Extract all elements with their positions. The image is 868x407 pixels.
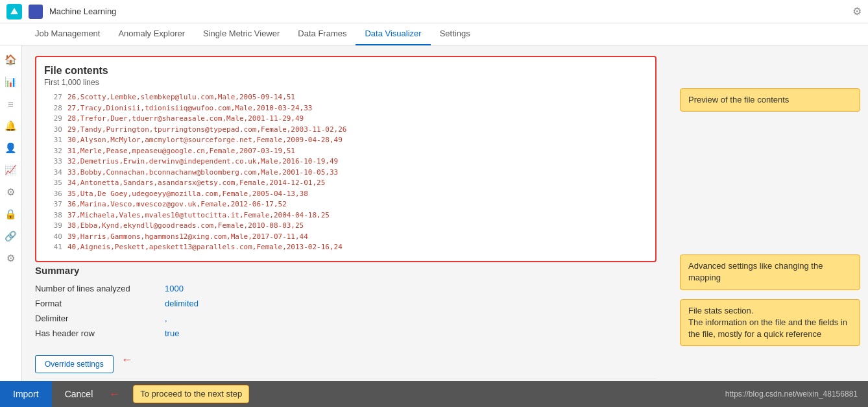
- file-line: 32 31,Merle,Pease,mpeaseu@google.cn,Fema…: [44, 146, 647, 157]
- file-line: 29 28,Trefor,Duer,tduerr@shareasale.com,…: [44, 114, 647, 125]
- summary-row-format: Format delimited: [35, 299, 657, 308]
- line-content: 40,Aigneis,Peskett,apeskett13@parallels.…: [67, 242, 343, 253]
- line-num: 30: [44, 125, 62, 136]
- sidebar-icon-bell[interactable]: 🔔: [2, 117, 20, 135]
- main-layout: 🏠 📊 ≡ 🔔 👤 📈 ⚙ 🔒 🔗 ⚙ File contents First …: [0, 45, 868, 381]
- line-content: 36,Marina,Vesco,mvescoz@gov.uk,Female,20…: [67, 199, 287, 210]
- line-num: 31: [44, 135, 62, 146]
- line-content: 37,Michaela,Vales,mvales10@tuttocitta.it…: [67, 210, 330, 221]
- summary-value-lines: 1000: [165, 284, 184, 293]
- file-contents-subtitle: First 1,000 lines: [44, 78, 647, 87]
- summary-row-lines: Number of lines analyzed 1000: [35, 284, 657, 293]
- line-num: 34: [44, 167, 62, 179]
- divider: [35, 378, 657, 379]
- line-content: 34,Antonetta,Sandars,asandarsx@etsy.com,…: [67, 178, 325, 189]
- sidebar-icon-link[interactable]: 🔗: [2, 227, 20, 245]
- tab-anomaly-explorer[interactable]: Anomaly Explorer: [109, 23, 194, 45]
- tab-data-visualizer[interactable]: Data Visualizer: [356, 23, 430, 45]
- line-content: 35,Uta,De Goey,udegoeyy@mozilla.com,Fema…: [67, 189, 308, 200]
- sidebar-icon-home[interactable]: 🏠: [2, 51, 20, 69]
- override-settings-button[interactable]: Override settings: [35, 355, 114, 373]
- preview-annotation-text: Preview of the file contents: [688, 95, 789, 105]
- tab-data-frames[interactable]: Data Frames: [289, 23, 356, 45]
- advanced-annotation-container: Advanced settings like changing the mapp…: [680, 254, 860, 290]
- summary-row-header: Has header row true: [35, 328, 657, 338]
- file-contents-title: File contents: [44, 65, 647, 77]
- sidebar-icon-lock[interactable]: 🔒: [2, 205, 20, 223]
- line-num: 28: [44, 103, 62, 114]
- sidebar-icon-graph[interactable]: 📈: [2, 161, 20, 179]
- line-num: 33: [44, 156, 62, 167]
- app-icon: [29, 5, 43, 19]
- main-content: File contents First 1,000 lines 27 26,Sc…: [22, 45, 669, 381]
- app-title: Machine Learning: [49, 6, 846, 16]
- line-num: 27: [44, 92, 62, 103]
- preview-annotation-container: Preview of the file contents: [680, 88, 860, 112]
- sidebar-icon-settings2[interactable]: ⚙: [2, 249, 20, 267]
- line-num: 29: [44, 114, 62, 125]
- sidebar-icon-user[interactable]: 👤: [2, 139, 20, 157]
- cancel-button[interactable]: Cancel: [52, 381, 106, 407]
- topbar-settings-icon[interactable]: ⚙: [852, 5, 862, 18]
- sidebar-icon-list[interactable]: ≡: [2, 95, 20, 113]
- file-line: 28 27,Tracy,Dionisii,tdionisiiq@wufoo.co…: [44, 103, 647, 114]
- line-content: 38,Ebba,Kynd,ekyndll@goodreads.com,Femal…: [67, 221, 304, 232]
- file-contents-box: File contents First 1,000 lines 27 26,Sc…: [35, 56, 657, 262]
- line-num: 36: [44, 189, 62, 200]
- file-stats-annotation-container: File stats section.The information on th…: [680, 299, 860, 347]
- next-step-annotation-box: To proceed to the next step: [133, 385, 249, 403]
- svg-marker-0: [10, 8, 18, 14]
- file-line: 39 38,Ebba,Kynd,ekyndll@goodreads.com,Fe…: [44, 221, 647, 232]
- top-bar: Machine Learning ⚙: [0, 0, 868, 23]
- line-num: 37: [44, 199, 62, 210]
- summary-label-header: Has header row: [35, 328, 165, 338]
- sidebar: 🏠 📊 ≡ 🔔 👤 📈 ⚙ 🔒 🔗 ⚙: [0, 45, 22, 381]
- line-num: 32: [44, 146, 62, 157]
- annotations-panel: Preview of the file contents Advanced se…: [680, 45, 868, 381]
- summary-table: Number of lines analyzed 1000 Format del…: [35, 284, 657, 338]
- tab-job-management[interactable]: Job Management: [26, 23, 109, 45]
- app-logo: [6, 4, 22, 19]
- cancel-arrow-icon: ←: [108, 388, 120, 401]
- file-line: 40 39,Harris,Gammons,hgammons12@xing.com…: [44, 232, 647, 243]
- nav-tabs: Job Management Anomaly Explorer Single M…: [0, 23, 868, 45]
- next-step-annotation-container: To proceed to the next step: [133, 385, 249, 403]
- file-line: 27 26,Scotty,Lembke,slembkep@lulu.com,Ma…: [44, 92, 647, 103]
- import-button[interactable]: Import: [0, 381, 52, 407]
- line-content: 33,Bobby,Connachan,bconnachanw@bloomberg…: [67, 167, 338, 179]
- preview-annotation-box: Preview of the file contents: [680, 88, 860, 112]
- file-line: 41 40,Aigneis,Peskett,apeskett13@paralle…: [44, 242, 647, 253]
- line-num: 41: [44, 242, 62, 253]
- summary-section: Summary Number of lines analyzed 1000 Fo…: [35, 262, 657, 376]
- summary-row-delimiter: Delimiter ,: [35, 314, 657, 323]
- line-num: 40: [44, 232, 62, 243]
- summary-label-lines: Number of lines analyzed: [35, 284, 165, 293]
- summary-value-header: true: [165, 328, 179, 338]
- line-content: 39,Harris,Gammons,hgammons12@xing.com,Ma…: [67, 232, 308, 243]
- line-num: 39: [44, 221, 62, 232]
- file-line: 30 29,Tandy,Purrington,tpurringtons@type…: [44, 125, 647, 136]
- sidebar-icon-chart[interactable]: 📊: [2, 73, 20, 91]
- sidebar-icon-gear[interactable]: ⚙: [2, 183, 20, 201]
- file-line: 34 33,Bobby,Connachan,bconnachanw@bloomb…: [44, 167, 647, 179]
- file-stats-annotation-text: File stats section.The information on th…: [688, 306, 847, 339]
- file-contents-data: 27 26,Scotty,Lembke,slembkep@lulu.com,Ma…: [44, 92, 647, 253]
- advanced-settings-annotation-text: Advanced settings like changing the mapp…: [688, 261, 823, 282]
- override-arrow-icon: ←: [121, 353, 133, 367]
- bottom-bar: Import Cancel ← To proceed to the next s…: [0, 381, 868, 407]
- line-content: 32,Demetrius,Erwin,derwinv@independent.c…: [67, 156, 338, 167]
- tab-single-metric-viewer[interactable]: Single Metric Viewer: [194, 23, 289, 45]
- file-line: 33 32,Demetrius,Erwin,derwinv@independen…: [44, 156, 647, 167]
- file-line: 31 30,Alyson,McMylor,amcmylort@sourcefor…: [44, 135, 647, 146]
- line-num: 35: [44, 178, 62, 189]
- summary-title: Summary: [35, 265, 657, 276]
- summary-label-format: Format: [35, 299, 165, 308]
- line-content: 26,Scotty,Lembke,slembkep@lulu.com,Male,…: [67, 92, 295, 103]
- summary-value-format: delimited: [165, 299, 199, 308]
- summary-label-delimiter: Delimiter: [35, 314, 165, 323]
- tab-settings[interactable]: Settings: [431, 23, 479, 45]
- summary-value-delimiter: ,: [165, 314, 167, 323]
- line-content: 30,Alyson,McMylor,amcmylort@sourceforge.…: [67, 135, 343, 146]
- bottom-url: https://blog.csdn.net/weixin_48156881: [725, 389, 868, 399]
- content-area: File contents First 1,000 lines 27 26,Sc…: [22, 45, 868, 381]
